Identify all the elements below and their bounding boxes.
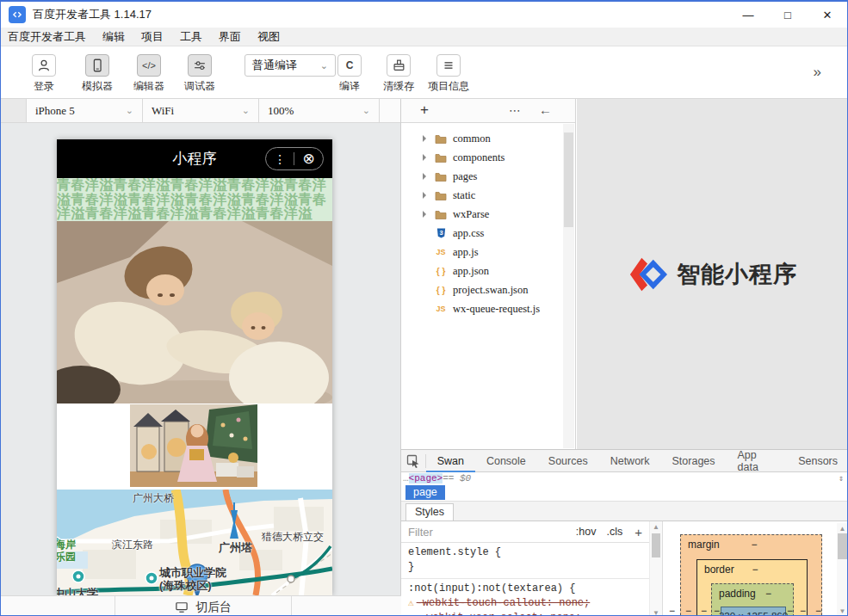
switch-background-button[interactable]: 切后台 <box>115 596 292 616</box>
map-label-tower: 广州塔 <box>219 540 252 556</box>
tree-item-pages[interactable]: pages <box>401 167 575 186</box>
warning-icon: ⚠ <box>408 596 414 611</box>
box-model-pane: margin − border − padding − 320 × 1255.8… <box>662 521 848 616</box>
window-title: 百度开发者工具 1.14.17 <box>33 7 152 22</box>
photo-strip <box>57 403 332 490</box>
add-file-button[interactable]: + <box>420 102 429 119</box>
tab-swan[interactable]: Swan <box>426 450 475 472</box>
simulator-toggle[interactable]: 模拟器 <box>82 54 113 94</box>
device-bar-gutter <box>1 99 27 122</box>
box-model-scrollbar[interactable]: ▲▼ <box>837 523 848 616</box>
tab-network[interactable]: Network <box>599 450 661 472</box>
prop-user-select: -webkit-user-select: none; <box>420 612 581 616</box>
tree-item-project-swan-json[interactable]: { } project.swan.json <box>401 280 575 299</box>
expand-arrow-icon <box>423 192 426 199</box>
devtools-tab-bar: Swan Console Sources Network Storages Ap… <box>401 450 848 472</box>
file-tree-panel: + ⋯ ← common components pages <box>401 99 576 449</box>
menu-project[interactable]: 项目 <box>141 29 164 45</box>
map-label-bridge: 广州大桥 <box>133 491 174 506</box>
close-button[interactable]: ✕ <box>808 2 847 28</box>
maximize-button[interactable]: □ <box>768 2 808 28</box>
menu-bar: 百度开发者工具 编辑 项目 工具 界面 视图 <box>1 28 847 46</box>
collapse-panel-button[interactable]: ← <box>539 102 552 117</box>
close-circle-icon[interactable]: ⊗ <box>303 151 315 166</box>
splitter-icon[interactable]: ⇕ <box>839 473 844 484</box>
chevron-down-icon: ⌄ <box>242 105 250 116</box>
style-rules: element.style { } :not(input):not(textar… <box>401 543 649 616</box>
tree-item-components[interactable]: components <box>401 148 575 167</box>
box-content: 320 × 1255.860 <box>721 607 786 616</box>
json-file-icon: { } <box>434 286 448 295</box>
minimize-button[interactable]: — <box>728 2 768 28</box>
toggle-hover-button[interactable]: :hov <box>576 526 597 538</box>
compile-mode-select[interactable]: 普通编译 ⌄ <box>244 54 336 77</box>
styles-scrollbar[interactable]: ▲▼ <box>649 521 662 616</box>
chevron-down-icon: ⌄ <box>320 60 328 71</box>
more-options-button[interactable]: ⋯ <box>509 103 521 117</box>
brush-icon <box>387 54 411 77</box>
devtools-panel: Swan Console Sources Network Storages Ap… <box>401 449 848 616</box>
project-info-button[interactable]: 项目信息 <box>428 54 469 94</box>
tree-item-common[interactable]: common <box>401 129 575 148</box>
rule-element-style[interactable]: element.style { } <box>401 543 649 579</box>
more-dots-icon[interactable]: ⋮ <box>274 153 286 165</box>
sliders-icon <box>188 54 212 77</box>
filter-input[interactable]: Filter <box>408 526 433 539</box>
zoom-select[interactable]: 100% ⌄ <box>259 99 380 122</box>
selected-dom-node[interactable]: <page> <box>409 473 443 484</box>
menu-devtools[interactable]: 百度开发者工具 <box>8 29 86 45</box>
new-style-rule-button[interactable]: + <box>634 525 642 539</box>
tab-styles[interactable]: Styles <box>405 503 454 521</box>
map-label-park-2: 乐园 <box>57 550 76 564</box>
baidu-devtools-window: 百度开发者工具 1.14.17 — □ ✕ 百度开发者工具 编辑 项目 工具 界… <box>0 0 848 616</box>
miniprogram-title: 小程序 <box>173 149 217 169</box>
editor-toggle[interactable]: </> 编辑器 <box>133 54 164 94</box>
tree-item-static[interactable]: static <box>401 186 575 205</box>
svg-text:3: 3 <box>439 229 443 237</box>
marquee-text: 青春洋溢青春洋溢青春洋溢青春洋溢青春洋溢青春洋溢青春洋溢青春洋溢青春洋溢青春洋溢… <box>57 178 332 221</box>
debugger-toggle[interactable]: 调试器 <box>184 54 215 94</box>
rule-not-input-textarea[interactable]: :not(input):not(textarea) { ⚠-webkit-tou… <box>401 579 649 616</box>
tab-sensors[interactable]: Sensors <box>787 450 848 472</box>
photo-children <box>57 221 332 403</box>
menu-interface[interactable]: 界面 <box>219 29 241 45</box>
json-file-icon: { } <box>434 267 448 276</box>
code-icon: </> <box>137 54 161 77</box>
clear-cache-button[interactable]: 清缓存 <box>383 54 414 94</box>
inspect-element-icon[interactable] <box>401 454 426 468</box>
tree-item-wx-queue-request-js[interactable]: JS wx-queue-request.js <box>401 299 575 318</box>
tree-item-app-js[interactable]: JS app.js <box>401 243 575 262</box>
device-select[interactable]: iPhone 5 ⌄ <box>27 99 143 122</box>
map-label-road: 滨江东路 <box>112 538 153 552</box>
network-select[interactable]: WiFi ⌄ <box>143 99 259 122</box>
folder-icon <box>434 133 448 144</box>
expand-arrow-icon <box>423 154 426 161</box>
tree-item-app-json[interactable]: { } app.json <box>401 262 575 280</box>
box-model[interactable]: margin − border − padding − 320 × 1255.8… <box>680 534 822 616</box>
chevron-down-icon: ⌄ <box>362 105 370 116</box>
simulator-bottom-bar: 切后台 <box>1 595 401 616</box>
phone-simulator: 小程序 ⋮ ⊗ 青春洋溢青春洋溢青春洋溢青春洋溢青春洋溢青春洋溢青春洋溢青春洋溢… <box>57 139 332 595</box>
dom-tree-row[interactable]: … <page> == $0 ⇕ <box>401 472 848 484</box>
miniprogram-navbar: 小程序 ⋮ ⊗ <box>57 139 332 178</box>
tab-console[interactable]: Console <box>475 450 537 472</box>
device-bar: iPhone 5 ⌄ WiFi ⌄ 100% ⌄ <box>1 99 401 123</box>
menu-tools[interactable]: 工具 <box>180 29 202 45</box>
toolbar-overflow-button[interactable]: » <box>814 64 821 81</box>
menu-view[interactable]: 视图 <box>257 29 280 45</box>
box-padding: padding − 320 × 1255.860 <box>711 583 794 616</box>
breadcrumb-page[interactable]: page <box>405 485 445 500</box>
tree-item-wxparse[interactable]: wxParse <box>401 205 575 224</box>
file-tree-scrollbar[interactable] <box>563 124 574 448</box>
tab-app-data[interactable]: App data <box>727 450 788 472</box>
toggle-class-button[interactable]: .cls <box>606 526 622 538</box>
tab-sources[interactable]: Sources <box>537 450 599 472</box>
capsule-divider <box>294 152 294 165</box>
menu-edit[interactable]: 编辑 <box>102 29 125 45</box>
css-file-icon: 3 <box>434 227 448 239</box>
tree-item-app-css[interactable]: 3 app.css <box>401 224 575 243</box>
compile-button[interactable]: C 编译 <box>337 54 362 94</box>
tab-storages[interactable]: Storages <box>661 450 727 472</box>
map-view[interactable]: 广州大桥 滨江东路 广州塔 猎德大桥立交 城市职业学院 (海珠校区) 中山大学 … <box>57 490 332 595</box>
login-button[interactable]: 登录 <box>32 54 56 94</box>
